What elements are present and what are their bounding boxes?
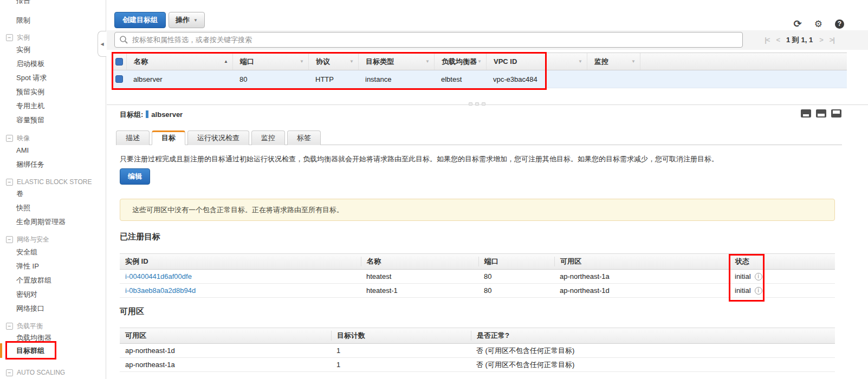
cell-vpc-id: vpc-e3bac484 — [486, 75, 587, 83]
search-bar — [114, 32, 743, 48]
sidebar-item-placement-groups[interactable]: 个置放群组 — [16, 276, 51, 285]
column-header-filler — [640, 53, 847, 70]
section-label: 网络与安全 — [17, 236, 49, 243]
pagination: |< < 1 到 1, 1 > >| — [765, 32, 834, 48]
sidebar-section-load-balancing[interactable]: − 负载平衡 — [6, 321, 43, 331]
column-header-monitoring[interactable]: 监控 ▼ — [587, 53, 640, 70]
column-header-az[interactable]: 可用区 — [554, 257, 729, 266]
column-header-target-count[interactable]: 目标计数 — [331, 331, 471, 341]
sidebar-item-ami[interactable]: AMI — [16, 146, 29, 155]
first-page-icon[interactable]: |< — [765, 36, 769, 44]
sidebar-item-bundle-tasks[interactable]: 捆绑任务 — [16, 160, 44, 169]
tab-monitoring[interactable]: 监控 — [251, 130, 285, 145]
instance-id-link[interactable]: i-0b3aeb8a0a2d8b94d — [120, 286, 361, 295]
sort-asc-icon: ▲ — [224, 59, 228, 64]
create-target-group-button[interactable]: 创建目标组 — [114, 12, 166, 28]
column-header-healthy[interactable]: 是否正常? — [471, 331, 835, 341]
sidebar-item-snapshots[interactable]: 快照 — [16, 203, 30, 213]
sidebar-item-instances[interactable]: 实例 — [16, 45, 30, 55]
sidebar-item-elastic-ip[interactable]: 弹性 IP — [16, 262, 39, 271]
sidebar-item-security-groups[interactable]: 安全组 — [16, 247, 37, 257]
registered-targets-heading: 已注册目标 — [120, 232, 160, 242]
actions-dropdown-button[interactable]: 操作 ▼ — [169, 12, 205, 28]
sidebar-item-spot-requests[interactable]: Spot 请求 — [16, 73, 47, 83]
info-icon[interactable]: i — [755, 273, 762, 280]
sidebar-item-network-interfaces[interactable]: 网络接口 — [16, 304, 44, 313]
pane-layout-controls — [801, 109, 841, 117]
cell-name: hteatest-1 — [361, 286, 478, 295]
sidebar-section-instances[interactable]: − 实例 — [6, 32, 30, 42]
column-header-name[interactable]: 名称 — [361, 257, 478, 266]
pane-resize-handle[interactable] — [469, 102, 485, 106]
column-header-target-type[interactable]: 目标类型 ▼ — [358, 53, 434, 70]
tab-health-checks[interactable]: 运行状况检查 — [187, 130, 249, 145]
column-header-port[interactable]: 端口 ▼ — [232, 53, 308, 70]
sidebar-collapse-button[interactable]: ◀ — [98, 31, 107, 57]
detail-title-value: albserver — [151, 110, 183, 119]
column-header-az[interactable]: 可用区 — [120, 331, 331, 341]
section-label: AUTO SCALING — [17, 369, 65, 376]
section-label: 实例 — [17, 34, 30, 41]
column-header-instance-id[interactable]: 实例 ID — [120, 257, 361, 266]
sidebar-item-dedicated-hosts[interactable]: 专用主机 — [16, 101, 44, 111]
registered-targets-table: 实例 ID 名称 端口 可用区 状态 i-00400441d6af00dfe h… — [120, 253, 835, 298]
edit-button[interactable]: 编辑 — [120, 168, 150, 185]
sidebar-section-network-security[interactable]: − 网络与安全 — [6, 234, 49, 244]
select-all-checkbox[interactable] — [112, 53, 126, 70]
column-header-protocol[interactable]: 协议 ▼ — [308, 53, 358, 70]
last-page-icon[interactable]: >| — [830, 36, 834, 44]
sidebar-item-limits[interactable]: 限制 — [16, 16, 30, 25]
info-icon[interactable]: i — [755, 287, 762, 295]
collapse-section-icon: − — [6, 236, 13, 243]
cell-az: ap-northeast-1a — [120, 361, 331, 369]
tab-targets[interactable]: 目标 — [152, 130, 185, 145]
column-header-vpc-id[interactable]: VPC ID ▼ — [486, 53, 587, 70]
layout-bottom-half-icon[interactable] — [816, 109, 826, 117]
instance-id-link[interactable]: i-00400441d6af00dfe — [120, 272, 361, 280]
sidebar-item-lifecycle-manager[interactable]: 生命周期管理器 — [16, 217, 66, 227]
layout-bottom-small-icon[interactable] — [801, 109, 811, 117]
cell-target-count: 1 — [331, 347, 471, 355]
sidebar-section-images[interactable]: − 映像 — [6, 133, 30, 143]
cell-status: initial i — [729, 286, 835, 295]
sidebar-item-launch-templates[interactable]: 启动模板 — [16, 59, 44, 69]
target-groups-table: 名称 ▲ 端口 ▼ 协议 ▼ 目标类型 ▼ 负载均衡器 ▼ VPC ID ▼ — [112, 53, 847, 88]
filter-icon: ▼ — [425, 59, 430, 64]
warning-banner: 这些可用区中没有一个包含正常目标。正在将请求路由至所有目标。 — [120, 199, 835, 221]
sidebar-section-ebs[interactable]: − ELASTIC BLOCK STORE — [6, 177, 92, 187]
tab-description[interactable]: 描述 — [116, 130, 150, 145]
layout-top-half-icon[interactable] — [831, 109, 841, 117]
refresh-icon[interactable]: ⟳ — [794, 18, 802, 30]
sidebar-item-volumes[interactable]: 卷 — [16, 189, 23, 199]
cell-target-type: instance — [358, 75, 434, 83]
column-header-status[interactable]: 状态 — [729, 257, 835, 266]
warning-text: 这些可用区中没有一个包含正常目标。正在将请求路由至所有目标。 — [132, 205, 344, 215]
tab-tags[interactable]: 标签 — [287, 130, 321, 145]
sidebar-section-auto-scaling[interactable]: − AUTO SCALING — [6, 368, 65, 377]
cell-healthy: 否 (可用区不包含任何正常目标) — [471, 346, 835, 356]
section-label: 映像 — [17, 134, 30, 142]
section-label: ELASTIC BLOCK STORE — [17, 178, 92, 186]
detail-title: 目标组:albserver — [120, 110, 183, 120]
row-checkbox[interactable] — [112, 75, 126, 83]
table-row[interactable]: albserver 80 HTTP instance elbtest vpc-e… — [112, 70, 847, 88]
sidebar-item-key-pairs[interactable]: 密钥对 — [16, 290, 37, 299]
help-icon[interactable]: ? — [835, 19, 844, 29]
search-input[interactable] — [114, 32, 743, 48]
sidebar-item-load-balancers[interactable]: 负载均衡器 — [16, 333, 51, 343]
prev-page-icon[interactable]: < — [776, 36, 780, 44]
sidebar-item-reserved-instances[interactable]: 预留实例 — [16, 87, 44, 97]
table-row: i-00400441d6af00dfe hteatest 80 ap-north… — [120, 270, 835, 284]
targets-description: 只要注册过程完成且新注册的目标通过初始运行状况检查，负载均衡器就会开始将请求路由… — [120, 154, 846, 164]
cell-az: ap-northeast-1a — [554, 272, 729, 280]
collapse-section-icon: − — [6, 179, 13, 186]
column-header-load-balancer[interactable]: 负载均衡器 ▼ — [434, 53, 486, 70]
sidebar-item-capacity-reservations[interactable]: 容量预留 — [16, 115, 44, 125]
chevron-down-icon: ▼ — [193, 18, 198, 23]
sidebar-item-reports[interactable]: 报告 — [16, 0, 30, 5]
gear-icon[interactable]: ⚙ — [814, 18, 822, 30]
column-header-port[interactable]: 端口 — [478, 257, 554, 266]
sidebar-item-target-groups[interactable]: 目标群组 — [16, 346, 44, 356]
column-header-name[interactable]: 名称 ▲ — [126, 53, 232, 70]
next-page-icon[interactable]: > — [819, 36, 823, 44]
